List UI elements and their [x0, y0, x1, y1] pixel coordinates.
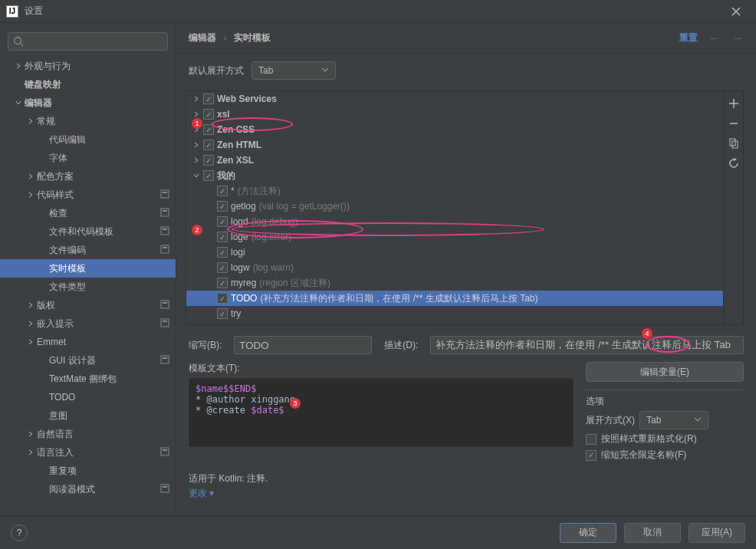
expand-with-dropdown[interactable]: Tab — [639, 411, 708, 429]
group-checkbox[interactable]: ✓ — [203, 94, 214, 104]
svg-point-0 — [15, 38, 21, 44]
template-group[interactable]: ✓ 我的 — [186, 168, 723, 183]
template-checkbox[interactable]: ✓ — [217, 308, 228, 319]
project-scope-icon — [160, 484, 169, 495]
sidebar-item[interactable]: 字体 — [0, 149, 176, 167]
template-checkbox[interactable]: ✓ — [217, 232, 228, 242]
template-group[interactable]: ✓ Web Services — [186, 91, 723, 107]
shorten-fqn-checkbox[interactable]: ✓ — [586, 450, 597, 461]
sidebar-item[interactable]: 配色方案 — [0, 167, 176, 186]
sidebar-item[interactable]: TODO — [0, 388, 176, 406]
template-item[interactable]: ✓ myreg (region 区域注释) — [186, 275, 723, 291]
apply-button[interactable]: 应用(A) — [689, 523, 745, 543]
cancel-button[interactable]: 取消 — [624, 523, 681, 543]
template-checkbox[interactable]: ✓ — [217, 293, 228, 304]
svg-rect-11 — [161, 319, 169, 327]
remove-template-button[interactable] — [728, 117, 740, 130]
sidebar-item[interactable]: Emmet — [0, 333, 176, 351]
sidebar-item[interactable]: 编辑器 — [0, 94, 176, 112]
template-item[interactable]: ✓ logd (log.debug) — [186, 214, 723, 229]
nav-forward-button[interactable]: → — [731, 31, 744, 45]
sidebar-item[interactable]: 检查 — [0, 204, 176, 222]
chevron-down-icon — [321, 65, 329, 76]
change-context-link[interactable]: 更改 ▾ — [189, 487, 744, 500]
desc-input[interactable] — [430, 336, 744, 354]
sidebar-item[interactable]: 键盘映射 — [0, 75, 176, 94]
template-item[interactable]: ✓ loge (log.error) — [186, 229, 723, 245]
default-expand-dropdown[interactable]: Tab — [251, 61, 336, 80]
template-item[interactable]: ✓ logi — [186, 245, 723, 260]
svg-rect-9 — [161, 301, 169, 308]
template-group[interactable]: ✓ Zen HTML — [186, 137, 723, 153]
abbr-input[interactable] — [234, 336, 372, 354]
template-checkbox[interactable]: ✓ — [217, 247, 228, 258]
sidebar-item[interactable]: 代码样式 — [0, 186, 176, 204]
sidebar-item-label: 常规 — [37, 115, 55, 128]
template-item[interactable]: ✓ try — [186, 306, 723, 321]
sidebar-item[interactable]: 实时模板 — [0, 259, 176, 278]
window-title: 设置 — [25, 5, 43, 18]
close-button[interactable] — [722, 1, 750, 22]
svg-rect-6 — [163, 228, 167, 230]
chevron-right-icon: › — [224, 34, 226, 42]
template-checkbox[interactable]: ✓ — [217, 186, 228, 196]
help-button[interactable]: ? — [11, 524, 28, 541]
revert-template-button[interactable] — [728, 157, 740, 169]
template-item[interactable]: ✓ TODO (补充方法注释的作者和日期，在使用 /** 生成默认注释后马上按 … — [186, 291, 723, 306]
sidebar-item[interactable]: 外观与行为 — [0, 57, 176, 75]
template-item[interactable]: ✓ getlog (val log = getLogger()) — [186, 199, 723, 214]
svg-rect-12 — [163, 321, 167, 322]
breadcrumb-parent[interactable]: 编辑器 — [189, 31, 216, 44]
sidebar-item[interactable]: 阅读器模式 — [0, 480, 176, 498]
search-input[interactable] — [8, 32, 168, 51]
sidebar-item[interactable]: 文件编码 — [0, 241, 176, 259]
template-item[interactable]: ✓ * (方法注释) — [186, 183, 723, 199]
sidebar-item[interactable]: 自然语言 — [0, 425, 176, 443]
expand-arrow-icon — [14, 98, 23, 107]
sidebar-item[interactable]: 常规 — [0, 112, 176, 130]
copy-template-button[interactable] — [728, 137, 740, 150]
template-checkbox[interactable]: ✓ — [217, 262, 228, 273]
template-abbr: * — [231, 186, 235, 196]
sidebar-item[interactable]: 文件和代码模板 — [0, 222, 176, 241]
template-group[interactable]: ✓ Zen CSS — [186, 122, 723, 137]
template-checkbox[interactable]: ✓ — [217, 278, 228, 288]
ok-button[interactable]: 确定 — [560, 523, 616, 543]
sidebar-item-label: GUI 设计器 — [49, 354, 96, 367]
expand-arrow-icon — [38, 393, 48, 402]
template-checkbox[interactable]: ✓ — [217, 201, 228, 212]
template-group[interactable]: ✓ xsl — [186, 107, 723, 122]
sidebar-item[interactable]: 重复项 — [0, 462, 176, 480]
nav-back-button[interactable]: ← — [708, 31, 721, 45]
edit-variables-button[interactable]: 编辑变量(E) — [586, 362, 744, 382]
add-template-button[interactable] — [728, 97, 740, 110]
group-checkbox[interactable]: ✓ — [203, 140, 214, 150]
template-text-editor[interactable]: $name$$END$ * @author xinggang * @create… — [189, 378, 574, 447]
sidebar-item-label: Emmet — [37, 337, 66, 347]
sidebar-item[interactable]: TextMate 捆绑包 — [0, 370, 176, 388]
expand-arrow-icon — [26, 319, 35, 328]
reformat-checkbox[interactable] — [586, 434, 597, 445]
template-checkbox[interactable]: ✓ — [217, 216, 228, 227]
svg-rect-8 — [163, 247, 167, 248]
sidebar-item[interactable]: 版权 — [0, 296, 176, 314]
group-checkbox[interactable]: ✓ — [203, 124, 214, 135]
group-checkbox[interactable]: ✓ — [203, 170, 214, 181]
reset-link[interactable]: 重置 — [679, 31, 698, 44]
sidebar-item[interactable]: GUI 设计器 — [0, 351, 176, 370]
sidebar-item-label: TextMate 捆绑包 — [49, 373, 117, 386]
sidebar-item[interactable]: 代码编辑 — [0, 130, 176, 149]
expand-arrow-icon — [26, 337, 35, 347]
sidebar-item[interactable]: 语言注入 — [0, 443, 176, 462]
template-item[interactable]: ✓ logw (log.warn) — [186, 260, 723, 275]
sidebar-item[interactable]: 文件类型 — [0, 278, 176, 296]
expand-arrow-icon — [38, 227, 48, 236]
group-checkbox[interactable]: ✓ — [203, 109, 214, 120]
group-checkbox[interactable]: ✓ — [203, 155, 214, 166]
svg-rect-5 — [161, 227, 169, 235]
template-group[interactable]: ✓ Zen XSL — [186, 153, 723, 168]
sidebar-item[interactable]: 意图 — [0, 406, 176, 425]
expand-arrow-icon — [192, 142, 200, 148]
sidebar-item[interactable]: 嵌入提示 — [0, 314, 176, 333]
applies-to-text: 适用于 Kotlin: 注释. — [189, 472, 744, 485]
